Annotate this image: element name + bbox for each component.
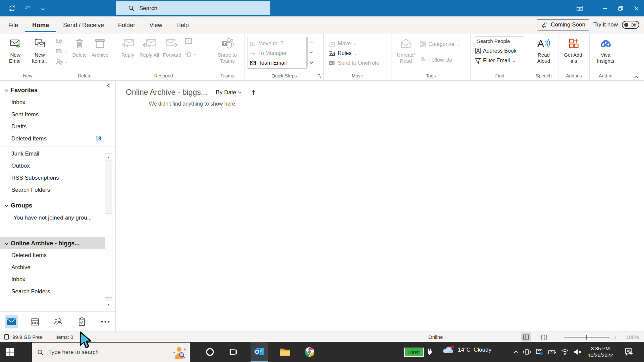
customize-quick-access-icon[interactable] — [38, 4, 48, 13]
zoom-slider[interactable]: − + — [557, 332, 617, 342]
unread-read-button[interactable]: Unread/ Read — [395, 36, 417, 64]
delete-button[interactable]: Delete — [70, 36, 89, 58]
meeting-button[interactable] — [184, 37, 197, 45]
scroll-down-icon[interactable]: ▼ — [105, 301, 112, 308]
coming-soon-toggle[interactable]: Off — [622, 21, 639, 29]
archive-button[interactable]: Archive — [89, 36, 111, 58]
ribbon-display-options-icon[interactable] — [572, 0, 587, 16]
address-book-button[interactable]: Address Book — [475, 47, 524, 55]
tray-expand-icon[interactable] — [513, 350, 519, 354]
tab-folder[interactable]: Folder — [111, 17, 142, 32]
share-to-teams-button[interactable]: T Share to Teams — [215, 36, 240, 64]
tab-view[interactable]: View — [142, 17, 169, 32]
taskbar-chrome-icon[interactable] — [301, 342, 318, 362]
quick-step-to-manager[interactable]: To Manager — [250, 48, 306, 58]
taskbar-file-explorer-icon[interactable] — [276, 342, 294, 362]
cortana-icon[interactable] — [201, 342, 219, 362]
new-items-button[interactable]: New Items⌄ — [29, 36, 51, 64]
layout-view-button[interactable] — [521, 333, 531, 342]
new-email-button[interactable]: New Email — [5, 36, 26, 64]
tray-volume-muted-icon[interactable] — [573, 349, 582, 355]
coming-soon-button[interactable]: Coming Soon — [537, 19, 589, 31]
sidebar-item-online-archive[interactable]: Online Archive - biggs... — [0, 237, 105, 249]
viva-insights-button[interactable]: Viva Insights — [595, 36, 616, 64]
sidebar-item-archive-deleted-items[interactable]: Deleted Items — [0, 249, 115, 261]
tab-send-receive[interactable]: Send / Receive — [56, 17, 111, 32]
tray-display-sync-icon[interactable] — [535, 348, 543, 356]
sidebar-item-outbox[interactable]: Outbox — [0, 160, 115, 172]
send-receive-icon[interactable] — [7, 4, 17, 13]
rules-button[interactable]: Rules⌄ — [328, 49, 379, 58]
follow-up-button[interactable]: Follow Up⌄ — [420, 56, 460, 64]
zoom-in-icon[interactable]: + — [613, 334, 616, 340]
reply-all-button[interactable]: Reply All — [138, 36, 160, 58]
close-button[interactable] — [628, 0, 644, 16]
sidebar-item-archive-archive[interactable]: Archive — [0, 261, 115, 274]
action-center-icon[interactable] — [625, 348, 634, 356]
taskbar-search-input[interactable] — [48, 349, 149, 356]
clean-up-button[interactable]: ⌄ — [56, 48, 68, 55]
quick-steps-scroll-up[interactable] — [307, 37, 315, 47]
zoom-level-label[interactable]: 100% — [626, 334, 639, 340]
send-to-onenote-button[interactable]: N Send to OneNote — [328, 59, 379, 67]
nav-mail-icon[interactable] — [5, 315, 18, 328]
sidebar-item-rss-subscriptions[interactable]: RSS Subscriptions — [0, 172, 115, 184]
sidebar-item-archive-inbox[interactable]: Inbox — [0, 274, 115, 286]
tab-file[interactable]: File — [0, 17, 25, 32]
nav-more-icon[interactable] — [99, 315, 112, 328]
sidebar-item-archive-search-folders[interactable]: Search Folders — [0, 286, 115, 298]
forward-button[interactable]: Forward — [160, 36, 184, 58]
quick-step-team-email[interactable]: Team Email — [250, 58, 306, 68]
start-button[interactable] — [0, 342, 19, 362]
nav-people-icon[interactable] — [52, 315, 65, 328]
favorites-header[interactable]: Favorites — [0, 84, 115, 97]
search-input[interactable] — [139, 5, 253, 12]
zoom-slider-thumb[interactable] — [586, 335, 587, 340]
undo-icon[interactable]: ↶ — [23, 4, 32, 13]
taskbar-clock[interactable]: 3:35 PM 10/26/2022 — [584, 345, 616, 359]
search-bar[interactable] — [116, 1, 270, 15]
read-aloud-button[interactable]: A Read Aloud — [533, 36, 554, 64]
taskbar-weather-widget[interactable]: 14°C Cloudy — [442, 345, 491, 355]
filter-email-button[interactable]: Filter Email⌄ — [475, 56, 524, 65]
scrollbar-thumb[interactable] — [105, 213, 112, 298]
search-people-input[interactable] — [475, 37, 524, 45]
sidebar-item-deleted-items-favorite[interactable]: Deleted Items 18 — [0, 133, 115, 145]
collapse-folder-pane-icon[interactable] — [107, 83, 111, 88]
tray-wifi-icon[interactable] — [561, 349, 569, 355]
more-respond-actions-button[interactable]: ⌄ — [184, 50, 197, 57]
quick-steps-dialog-launcher-icon[interactable] — [317, 74, 322, 78]
tray-battery-icon[interactable] — [548, 349, 556, 355]
taskbar-outlook-icon[interactable] — [251, 342, 268, 362]
junk-button[interactable]: ⌄ — [56, 58, 68, 65]
restore-button[interactable] — [612, 0, 628, 16]
sort-by-dropdown[interactable]: By Date — [216, 89, 241, 96]
get-addins-button[interactable]: Get Add-ins — [563, 36, 585, 64]
task-view-icon[interactable] — [224, 342, 241, 362]
move-button[interactable]: Move⌄ — [328, 39, 379, 48]
quick-steps-scroll-down[interactable] — [307, 47, 315, 57]
battery-percentage-indicator[interactable]: 100% — [404, 348, 424, 357]
quick-steps-more[interactable] — [307, 57, 315, 67]
search-highlights-icon[interactable] — [171, 345, 186, 359]
taskbar-search-box[interactable] — [32, 343, 190, 362]
collapse-ribbon-icon[interactable] — [634, 75, 639, 78]
reply-button[interactable]: Reply — [117, 36, 138, 58]
sidebar-item-inbox-favorite[interactable]: Inbox — [0, 97, 115, 109]
quick-step-move-to[interactable]: Move to: ? — [250, 39, 306, 48]
tray-device-icon[interactable] — [523, 348, 531, 356]
sort-direction-icon[interactable]: ↑ — [251, 89, 256, 96]
nav-tasks-icon[interactable] — [75, 315, 89, 328]
categorize-button[interactable]: Categorize⌄ — [420, 40, 460, 49]
tab-home[interactable]: Home — [25, 17, 56, 32]
ignore-button[interactable] — [56, 37, 68, 45]
minimize-button[interactable] — [597, 0, 612, 16]
scroll-up-icon[interactable]: ▲ — [105, 154, 112, 161]
zoom-out-icon[interactable]: − — [557, 334, 560, 340]
sidebar-item-junk-email[interactable]: Junk Email — [0, 148, 115, 160]
groups-header[interactable]: Groups — [0, 199, 115, 212]
sidebar-item-sent-items[interactable]: Sent Items — [0, 109, 115, 121]
tab-help[interactable]: Help — [169, 17, 196, 32]
sidebar-item-drafts[interactable]: Drafts — [0, 121, 115, 133]
reading-view-button[interactable] — [539, 333, 549, 342]
